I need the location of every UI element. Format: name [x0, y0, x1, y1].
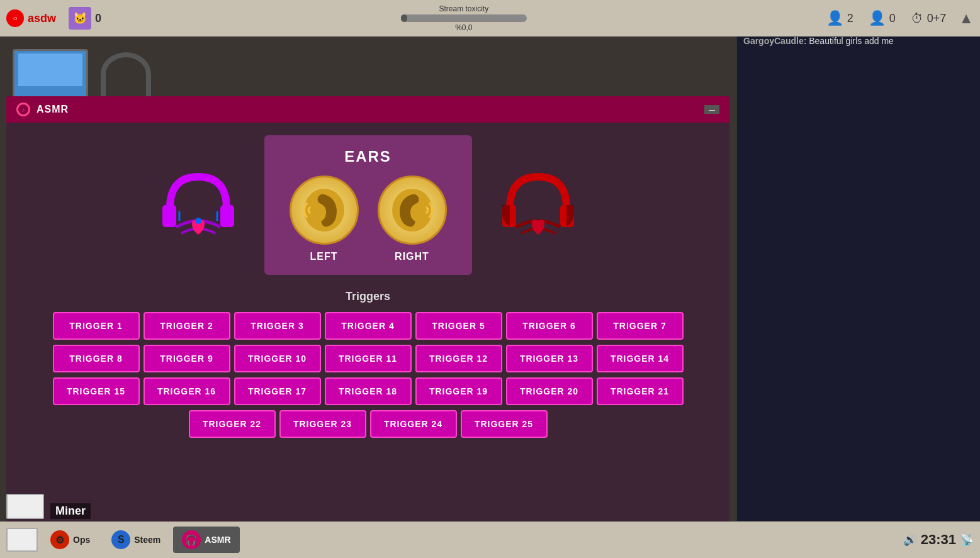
trigger-button[interactable]: TRIGGER 9 [144, 345, 230, 372]
cat-section: 🐱 0 [69, 7, 101, 30]
trigger-button[interactable]: TRIGGER 14 [597, 345, 684, 372]
clock: 23:31 [921, 532, 956, 548]
top-strip [0, 36, 736, 99]
svg-rect-1 [220, 205, 234, 227]
trigger-button[interactable]: TRIGGER 25 [461, 410, 548, 438]
cat-icon: 🐱 [69, 7, 91, 30]
left-ear-label: LEFT [290, 251, 359, 262]
headphones-gray [101, 52, 151, 96]
broadcast-section: 📡 [960, 533, 974, 547]
trigger-button[interactable]: TRIGGER 20 [506, 377, 593, 405]
volume-icon: 🔊 [903, 533, 917, 547]
ears-section: EARS [19, 135, 717, 275]
ops-icon: ⚙ [50, 530, 69, 549]
trigger-button[interactable]: TRIGGER 10 [234, 345, 321, 372]
page-thumb-bottom [6, 528, 38, 552]
trigger-button[interactable]: TRIGGER 8 [53, 345, 140, 372]
trigger-row: TRIGGER 22TRIGGER 23TRIGGER 24TRIGGER 25 [189, 410, 548, 438]
time-stat: ⏱ 0+7 [911, 11, 947, 26]
trigger-row: TRIGGER 8TRIGGER 9TRIGGER 10TRIGGER 11TR… [53, 345, 684, 372]
asmr-panel: ♪ ASMR — [6, 96, 729, 539]
asmr-bottom-icon: 🎧 [182, 530, 201, 549]
collapse-button[interactable]: ▲ [959, 9, 974, 27]
chat-message: GargoyCaudle: Beautiful girls add me [743, 35, 974, 48]
trigger-button[interactable]: TRIGGER 6 [506, 312, 593, 340]
asmr-bottom-label: ASMR [205, 535, 230, 545]
trigger-row: TRIGGER 1TRIGGER 2TRIGGER 3TRIGGER 4TRIG… [53, 312, 684, 340]
toxicity-fill [401, 14, 407, 22]
svg-point-2 [195, 218, 201, 224]
main-content: ♪ ASMR — [0, 36, 736, 558]
toxicity-pct: %0,0 [455, 23, 472, 32]
ears-box: EARS [264, 135, 472, 275]
toxicity-section: Stream toxicity %0,0 [114, 4, 814, 32]
trigger-button[interactable]: TRIGGER 5 [415, 312, 502, 340]
clock-icon: ⏱ [911, 11, 923, 26]
asmr-title: ASMR [37, 104, 69, 115]
trigger-button[interactable]: TRIGGER 7 [597, 312, 684, 340]
headphones-blue-left [157, 164, 239, 246]
laptop-screen [18, 53, 83, 86]
left-ear-circle [290, 176, 359, 245]
trigger-button[interactable]: TRIGGER 21 [597, 377, 684, 405]
chat-body: GargoyCaudle: Beautiful girls add me [737, 29, 980, 521]
trigger-button[interactable]: TRIGGER 11 [325, 345, 412, 372]
trigger-button[interactable]: TRIGGER 22 [189, 410, 276, 438]
trigger-button[interactable]: TRIGGER 12 [415, 345, 502, 372]
steem-button[interactable]: S Steem [103, 527, 169, 553]
trigger-button[interactable]: TRIGGER 15 [53, 377, 140, 405]
viewers-stat: 👤 2 [826, 10, 853, 26]
trigger-button[interactable]: TRIGGER 3 [234, 312, 321, 340]
top-stats: 👤 2 👤 0 ⏱ 0+7 [826, 10, 947, 26]
asmr-body: EARS [6, 123, 729, 537]
bot-count: 0 [889, 12, 896, 25]
toxicity-label: Stream toxicity [439, 4, 489, 13]
volume-section: 🔊 [903, 533, 917, 547]
bottom-bar: ⚙ Ops S Steem 🎧 ASMR 🔊 23:31 📡 [0, 522, 980, 558]
headphones-red-right [497, 164, 579, 246]
trigger-button[interactable]: TRIGGER 16 [144, 377, 230, 405]
miner-label: Miner [50, 503, 91, 519]
ears-row: LEFT [290, 176, 447, 262]
app-logo-icon: ○ [6, 9, 24, 27]
time-count: 0+7 [927, 12, 947, 25]
chat-username: GargoyCaudle: [743, 36, 806, 46]
trigger-button[interactable]: TRIGGER 19 [415, 377, 502, 405]
cat-count: 0 [95, 12, 101, 25]
app-logo: ○ asdw [6, 9, 56, 27]
ears-title: EARS [290, 148, 447, 165]
trigger-button[interactable]: TRIGGER 17 [234, 377, 321, 405]
right-ear-label: RIGHT [378, 251, 447, 262]
triggers-label: Triggers [19, 290, 717, 303]
right-ear-circle [378, 176, 447, 245]
trigger-row: TRIGGER 15TRIGGER 16TRIGGER 17TRIGGER 18… [53, 377, 684, 405]
trigger-button[interactable]: TRIGGER 23 [279, 410, 366, 438]
ops-button[interactable]: ⚙ Ops [42, 527, 99, 553]
minimize-button[interactable]: — [704, 105, 719, 114]
bot-icon: 👤 [869, 10, 886, 26]
broadcast-icon: 📡 [960, 533, 974, 547]
trigger-button[interactable]: TRIGGER 4 [325, 312, 412, 340]
trigger-button[interactable]: TRIGGER 2 [144, 312, 230, 340]
bots-stat: 👤 0 [869, 10, 896, 26]
right-ear-button[interactable]: RIGHT [378, 176, 447, 262]
ops-label: Ops [73, 535, 90, 545]
toxicity-bar [401, 14, 527, 22]
triggers-section: Triggers TRIGGER 1TRIGGER 2TRIGGER 3TRIG… [19, 290, 717, 438]
stream-chat-panel: T Stream Chat GargoyCaudle: Beautiful gi… [736, 0, 980, 558]
left-ear-button[interactable]: LEFT [290, 176, 359, 262]
viewer-icon: 👤 [826, 10, 843, 26]
trigger-button[interactable]: TRIGGER 18 [325, 377, 412, 405]
trigger-button[interactable]: TRIGGER 1 [53, 312, 140, 340]
svg-rect-0 [162, 205, 176, 227]
steem-icon: S [111, 530, 130, 549]
topbar: ○ asdw 🐱 0 Stream toxicity %0,0 👤 2 👤 0 … [0, 0, 980, 36]
page-thumbnail [6, 494, 44, 519]
trigger-button[interactable]: TRIGGER 13 [506, 345, 593, 372]
asmr-button[interactable]: 🎧 ASMR [173, 527, 239, 553]
laptop-image [13, 49, 88, 99]
trigger-button[interactable]: TRIGGER 24 [370, 410, 457, 438]
asmr-icon: ♪ [16, 103, 30, 116]
asmr-titlebar: ♪ ASMR — [6, 96, 729, 123]
viewer-count: 2 [847, 12, 853, 25]
